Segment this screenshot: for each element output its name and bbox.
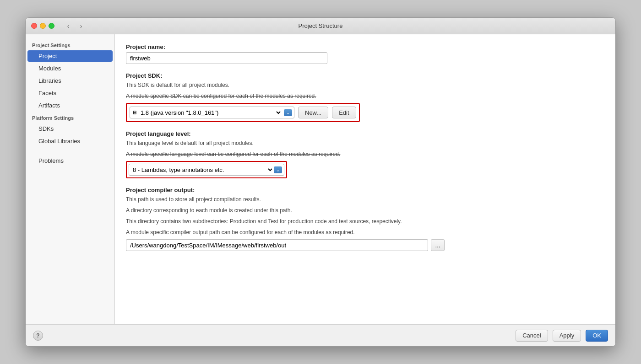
project-compiler-desc1: This path is used to store all project c… [126,195,604,203]
compiler-output-input[interactable] [126,239,428,251]
bottom-bar: ? Cancel Apply OK [26,324,615,346]
sidebar-item-sdks[interactable]: SDKs [27,123,113,134]
project-language-label: Project language level: [126,130,604,137]
project-sdk-label: Project SDK: [126,72,604,79]
project-compiler-desc4: A module specific compiler output path c… [126,228,604,236]
language-level-wrapper: 8 - Lambdas, type annotations etc. ⌄ [126,161,287,178]
project-compiler-desc3: This directory contains two subdirectori… [126,217,604,225]
project-compiler-label: Project compiler output: [126,187,604,193]
sdk-icon: 🖥 [132,110,137,115]
sidebar-item-modules[interactable]: Modules [27,63,113,74]
back-button[interactable]: ‹ [64,21,73,31]
bottom-right-buttons: Cancel Apply OK [516,330,608,342]
sidebar-item-libraries[interactable]: Libraries [27,75,113,86]
project-language-group: Project language level: This language le… [126,130,604,178]
sidebar-item-artifacts[interactable]: Artifacts [27,100,113,111]
project-sdk-desc1: This SDK is default for all project modu… [126,81,604,89]
content-area: Project name: Project SDK: This SDK is d… [115,34,615,324]
traffic-lights [31,23,54,29]
help-button[interactable]: ? [33,331,43,341]
main-content: Project Settings Project Modules Librari… [26,34,615,324]
sidebar-item-project[interactable]: Project [27,50,113,62]
apply-button[interactable]: Apply [553,330,581,342]
sdk-select[interactable]: 1.8 (java version "1.8.0_161") [139,109,282,117]
project-language-desc2: A module specific language level can be … [126,150,604,158]
title-bar: ‹ › Project Structure [26,18,615,34]
sidebar-item-problems[interactable]: Problems [27,155,113,166]
cancel-button[interactable]: Cancel [516,330,548,342]
project-compiler-group: Project compiler output: This path is us… [126,187,604,251]
ok-button[interactable]: OK [586,330,608,342]
browse-button[interactable]: ... [431,239,445,251]
project-name-input[interactable] [126,52,327,64]
project-language-desc1: This language level is default for all p… [126,139,604,147]
close-button[interactable] [31,23,37,29]
nav-buttons: ‹ › [64,21,86,31]
sidebar-item-global-libraries[interactable]: Global Libraries [27,135,113,147]
sdk-edit-button[interactable]: Edit [332,107,356,118]
sidebar-item-facets[interactable]: Facets [27,87,113,99]
window-title: Project Structure [299,22,343,29]
project-name-label: Project name: [126,43,604,50]
compiler-output-row: ... [126,239,604,251]
language-level-select[interactable]: 8 - Lambdas, type annotations etc. [131,166,274,174]
project-sdk-group: Project SDK: This SDK is default for all… [126,72,604,122]
platform-settings-section: Platform Settings [26,112,114,123]
sdk-select-wrapper: 🖥 1.8 (java version "1.8.0_161") ⌄ [130,107,294,118]
sdk-chevron-icon[interactable]: ⌄ [284,109,292,116]
project-name-group: Project name: [126,43,604,64]
forward-button[interactable]: › [76,21,86,31]
sdk-new-button[interactable]: New... [298,107,328,118]
project-compiler-desc2: A directory corresponding to each module… [126,206,604,214]
project-structure-window: ‹ › Project Structure Project Settings P… [25,17,616,347]
lang-chevron-icon[interactable]: ⌄ [274,166,282,173]
maximize-button[interactable] [49,23,54,29]
lang-select-wrapper: 8 - Lambdas, type annotations etc. ⌄ [129,164,284,176]
project-settings-section: Project Settings [26,39,114,50]
sdk-row: 🖥 1.8 (java version "1.8.0_161") ⌄ New..… [126,103,360,122]
project-sdk-desc2: A module specific SDK can be configured … [126,92,604,100]
sidebar: Project Settings Project Modules Librari… [26,34,115,324]
minimize-button[interactable] [40,23,46,29]
